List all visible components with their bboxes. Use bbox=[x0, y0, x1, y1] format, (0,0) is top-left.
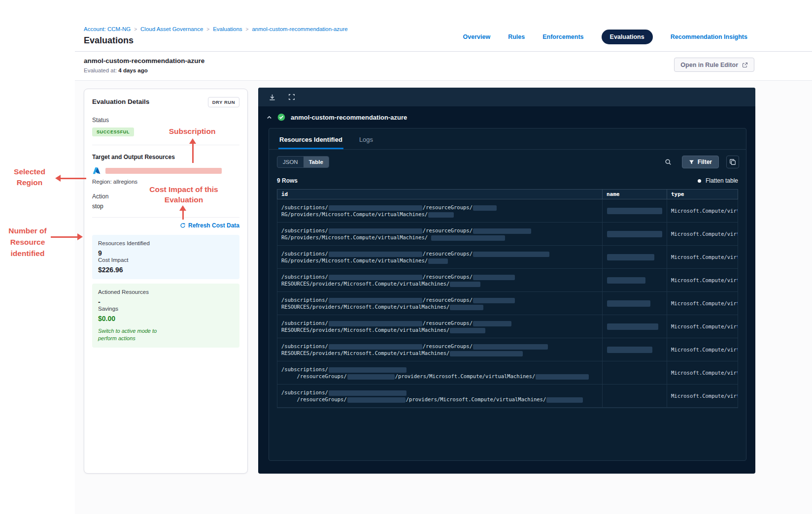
resource-id-line: RESOURCES/providers/Microsoft.Compute/vi… bbox=[281, 326, 598, 333]
collapse-chevron-icon[interactable] bbox=[267, 115, 272, 120]
tab-evaluations[interactable]: Evaluations bbox=[602, 30, 653, 44]
cell-resource-type: Microsoft.Compute/virtu bbox=[667, 338, 738, 361]
cell-resource-type: Microsoft.Compute/virtu bbox=[667, 385, 738, 407]
external-link-icon bbox=[742, 62, 748, 68]
table-row: /subscriptions//resourceGroups/RG/provid… bbox=[277, 199, 738, 223]
active-mode-note: Switch to active mode to perform actions bbox=[98, 327, 177, 342]
details-card-title: Evaluation Details bbox=[92, 97, 149, 105]
annotation-arrow-resource-count bbox=[51, 233, 83, 240]
search-icon[interactable] bbox=[662, 156, 675, 168]
redacted-block bbox=[428, 212, 454, 218]
table-row: /subscriptions//resourceGroups/RESOURCES… bbox=[277, 315, 738, 338]
resource-id-line: /resourceGroups//providers/Microsoft.Com… bbox=[281, 396, 598, 403]
results-table-body: /subscriptions//resourceGroups/RG/provid… bbox=[277, 199, 738, 408]
redacted-block bbox=[329, 367, 406, 373]
resource-id-line: /subscriptions//resourceGroups/ bbox=[281, 296, 598, 303]
resource-id-line: /subscriptions//resourceGroups/ bbox=[281, 273, 598, 280]
column-header-type: type bbox=[667, 190, 738, 199]
actioned-resources-value: - bbox=[98, 298, 172, 306]
results-inner-card: Resources Identified Logs JSON Table bbox=[269, 128, 746, 461]
breadcrumb-account[interactable]: Account: CCM-NG bbox=[84, 26, 131, 32]
resource-id-line: RG/providers/Microsoft.Compute/virtualMa… bbox=[281, 234, 598, 241]
resource-id-line: RG/providers/Microsoft.Compute/virtualMa… bbox=[281, 211, 598, 218]
resource-id-line: /subscriptions//resourceGroups/ bbox=[281, 250, 598, 257]
tab-overview[interactable]: Overview bbox=[463, 33, 491, 40]
tab-recommendation-insights[interactable]: Recommendation Insights bbox=[671, 33, 747, 40]
refresh-cost-data-link[interactable]: Refresh Cost Data bbox=[180, 222, 239, 229]
savings-value: $0.00 bbox=[98, 315, 172, 322]
savings-label: Savings bbox=[98, 306, 172, 312]
tab-resources-identified[interactable]: Resources Identified bbox=[278, 128, 343, 149]
redacted-block bbox=[329, 205, 422, 211]
download-icon[interactable] bbox=[269, 94, 276, 101]
actioned-savings-box: Actioned Resources - Savings $0.00 Switc… bbox=[92, 284, 239, 348]
resource-id-line: RESOURCES/providers/Microsoft.Compute/vi… bbox=[281, 303, 598, 310]
evaluated-at-value: 4 days ago bbox=[118, 67, 147, 73]
redacted-block bbox=[431, 235, 505, 241]
card-divider bbox=[92, 145, 239, 145]
flatten-table-toggle[interactable]: Flatten table bbox=[698, 177, 738, 184]
redacted-block bbox=[329, 275, 422, 280]
cell-resource-id: /subscriptions/ /resourceGroups//provide… bbox=[277, 385, 603, 407]
resource-id-line: /subscriptions//resourceGroups/ bbox=[281, 343, 598, 350]
header-divider bbox=[75, 51, 812, 52]
view-toggle: JSON Table bbox=[277, 156, 329, 168]
cell-resource-name bbox=[603, 246, 667, 268]
annotation-cost-impact: Cost Impact of this Evaluation bbox=[147, 184, 221, 205]
cell-resource-name bbox=[603, 338, 667, 361]
tab-logs[interactable]: Logs bbox=[358, 128, 374, 149]
success-check-icon bbox=[277, 113, 285, 121]
redacted-block bbox=[428, 258, 448, 264]
cell-resource-id: /subscriptions//resourceGroups/RG/provid… bbox=[277, 199, 603, 222]
fullscreen-icon[interactable] bbox=[288, 94, 295, 100]
open-rule-editor-label: Open in Rule Editor bbox=[680, 62, 738, 68]
table-row: /subscriptions//resourceGroups/RESOURCES… bbox=[277, 292, 738, 315]
evaluated-at-label: Evaluated at: bbox=[84, 67, 117, 73]
breadcrumb-separator: > bbox=[134, 27, 137, 32]
redacted-block bbox=[473, 252, 549, 257]
breadcrumb-separator: > bbox=[246, 27, 249, 32]
cell-resource-type: Microsoft.Compute/virtu bbox=[667, 315, 738, 338]
redacted-block bbox=[536, 374, 589, 380]
redacted-block bbox=[329, 228, 422, 234]
resource-id-line: /subscriptions//resourceGroups/ bbox=[281, 320, 598, 326]
redacted-block bbox=[607, 208, 662, 214]
evaluated-at: Evaluated at: 4 days ago bbox=[84, 67, 148, 73]
filter-button[interactable]: Filter bbox=[682, 156, 719, 168]
cost-impact-label: Cost Impact bbox=[98, 257, 172, 263]
view-toggle-table[interactable]: Table bbox=[304, 157, 329, 167]
table-row: /subscriptions//resourceGroups/RESOURCES… bbox=[277, 338, 738, 361]
top-navigation: Overview Rules Enforcements Evaluations … bbox=[463, 30, 747, 44]
cell-resource-type: Microsoft.Compute/virtu bbox=[667, 246, 738, 268]
breadcrumb-governance[interactable]: Cloud Asset Governance bbox=[140, 26, 203, 32]
redacted-block bbox=[450, 282, 480, 287]
results-table-header: id name type bbox=[277, 189, 738, 199]
resource-id-line: /subscriptions//resourceGroups/ bbox=[281, 227, 598, 234]
breadcrumb-evaluations[interactable]: Evaluations bbox=[213, 26, 242, 32]
redacted-block bbox=[450, 328, 485, 333]
view-toggle-json[interactable]: JSON bbox=[277, 157, 304, 167]
results-title-row: anmol-custom-recommendation-azure bbox=[258, 106, 755, 128]
resources-identified-value: 9 bbox=[98, 249, 172, 257]
cell-resource-name bbox=[603, 315, 667, 338]
breadcrumb: Account: CCM-NG > Cloud Asset Governance… bbox=[84, 26, 348, 32]
redacted-block bbox=[546, 397, 583, 403]
redacted-block bbox=[473, 228, 531, 234]
redacted-block bbox=[329, 252, 422, 257]
cell-resource-id: /subscriptions//resourceGroups/RESOURCES… bbox=[277, 269, 603, 291]
column-header-id: id bbox=[277, 190, 603, 199]
resource-id-line: RG/providers/Microsoft.Compute/virtualMa… bbox=[281, 257, 598, 264]
results-rule-title: anmol-custom-recommendation-azure bbox=[291, 114, 407, 121]
target-resources-label: Target and Output Resources bbox=[92, 154, 239, 161]
redacted-block bbox=[347, 374, 395, 380]
rows-count: 9 Rows bbox=[277, 177, 298, 184]
cell-resource-id: /subscriptions//resourceGroups/RG/provid… bbox=[277, 223, 603, 245]
redacted-block bbox=[607, 347, 652, 353]
column-header-name: name bbox=[603, 190, 667, 199]
copy-icon[interactable] bbox=[726, 156, 739, 168]
open-rule-editor-button[interactable]: Open in Rule Editor bbox=[674, 58, 754, 72]
resources-cost-box: Resources Identified 9 Cost Impact $226.… bbox=[92, 235, 239, 279]
tab-rules[interactable]: Rules bbox=[508, 33, 525, 40]
tab-enforcements[interactable]: Enforcements bbox=[542, 33, 583, 40]
breadcrumb-rule[interactable]: anmol-custom-recommendation-azure bbox=[252, 26, 347, 32]
